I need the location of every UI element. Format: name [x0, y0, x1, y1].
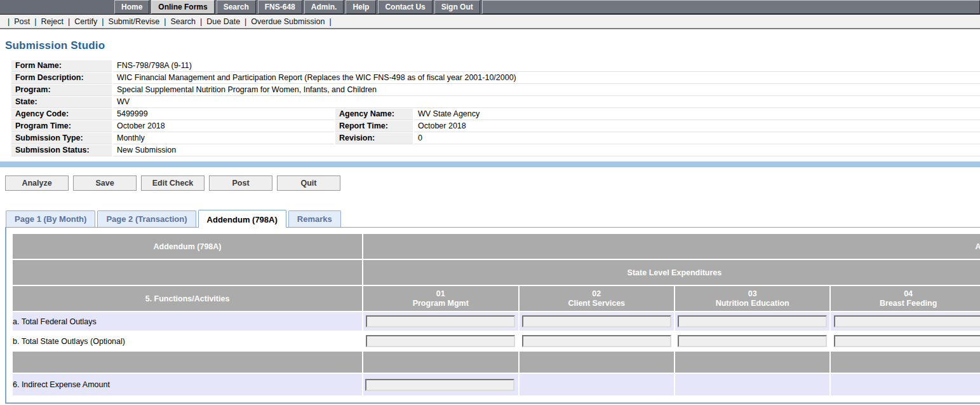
input-state-outlays-01[interactable] — [366, 335, 515, 347]
info-row-submission-type: Submission Type: Monthly Revision: 0 — [11, 133, 980, 144]
column-header-01: 01 Program Mgmt — [363, 286, 518, 311]
section-header-row: State Level Expenditures — [13, 260, 980, 285]
input-federal-outlays-04[interactable] — [834, 315, 980, 327]
gray-spacer-03 — [675, 352, 829, 373]
column-name-02: Client Services — [520, 299, 674, 308]
gray-spacer-01 — [363, 352, 518, 373]
nav-home[interactable]: Home — [114, 0, 149, 14]
input-federal-outlays-01[interactable] — [366, 315, 515, 327]
info-row-program: Program: Special Supplemental Nutrition … — [11, 85, 980, 96]
revision-value: 0 — [414, 133, 980, 144]
separator: | — [102, 17, 104, 26]
input-federal-outlays-02[interactable] — [522, 315, 671, 327]
addendum-header-right: Addendum (798A) — [363, 234, 980, 259]
cell-indirect-01 — [363, 374, 518, 395]
nav-admin[interactable]: Admin. — [304, 0, 344, 14]
submission-type-value: Monthly — [113, 133, 334, 144]
column-name-03: Nutrition Education — [675, 299, 829, 308]
column-code-02: 02 — [520, 289, 674, 299]
state-label: State: — [11, 97, 112, 108]
column-code-01: 01 — [363, 289, 518, 299]
actions-menu-bar: | Post | Reject | Certify | Submit/Revis… — [0, 15, 980, 29]
nav-contact-us[interactable]: Contact Us — [378, 0, 432, 14]
cell-state-01 — [363, 332, 518, 350]
menu-submit-revise[interactable]: Submit/Revise — [109, 17, 160, 26]
menu-due-date[interactable]: Due Date — [206, 17, 240, 26]
tab-page-1-by-month[interactable]: Page 1 (By Month) — [6, 210, 95, 227]
addendum-table: Addendum (798A) Addendum (798A) State Le… — [11, 233, 980, 397]
cell-state-03 — [675, 332, 829, 350]
input-state-outlays-02[interactable] — [522, 335, 671, 347]
form-name-label: Form Name: — [11, 60, 112, 72]
addendum-header-left: Addendum (798A) — [13, 234, 362, 259]
info-row-form-name: Form Name: FNS-798/798A (9-11) — [11, 60, 980, 72]
submission-status-label: Submission Status: — [11, 145, 112, 156]
input-state-outlays-03[interactable] — [678, 335, 827, 347]
nav-fns-648[interactable]: FNS-648 — [258, 0, 302, 14]
functions-activities-header: 5. Functions/Activities — [13, 286, 362, 311]
form-description-label: Form Description: — [11, 72, 112, 84]
cell-state-02 — [520, 332, 674, 350]
save-button[interactable]: Save — [73, 175, 137, 191]
separator: | — [329, 17, 331, 26]
menu-search[interactable]: Search — [170, 17, 196, 26]
program-value: Special Supplemental Nutrition Program f… — [113, 85, 980, 96]
tab-bar: Page 1 (By Month) Page 2 (Transaction) A… — [6, 210, 980, 227]
table-row-indirect-expense: 6. Indirect Expense Amount — [13, 374, 980, 395]
cell-federal-02 — [520, 312, 674, 331]
cell-federal-03 — [675, 312, 829, 331]
input-indirect-expense-01[interactable] — [365, 379, 514, 391]
menu-overdue-submission[interactable]: Overdue Submission — [251, 17, 325, 26]
agency-name-label: Agency Name: — [335, 109, 413, 120]
agency-code-value: 5499999 — [113, 109, 334, 120]
column-code-03: 03 — [675, 289, 829, 299]
input-federal-outlays-03[interactable] — [678, 315, 827, 327]
menu-reject[interactable]: Reject — [41, 17, 64, 26]
row-label-federal-outlays: a. Total Federal Outlays — [13, 312, 362, 331]
gray-spacer-02 — [520, 352, 674, 373]
info-row-time: Program Time: October 2018 Report Time: … — [11, 121, 980, 132]
gray-spacer-04 — [831, 352, 980, 373]
nav-online-forms[interactable]: Online Forms — [151, 0, 214, 14]
info-row-state: State: WV — [11, 97, 980, 108]
nav-search[interactable]: Search — [217, 0, 256, 14]
form-description-value: WIC Financial Management and Participati… — [113, 72, 980, 84]
report-time-label: Report Time: — [335, 121, 413, 132]
separator: | — [8, 17, 10, 26]
top-nav-bar: Home Online Forms Search FNS-648 Admin. … — [0, 0, 980, 15]
quit-button[interactable]: Quit — [277, 175, 340, 191]
tab-page-2-transaction[interactable]: Page 2 (Transaction) — [97, 210, 196, 227]
analyze-button[interactable]: Analyze — [5, 175, 69, 191]
info-row-submission-status: Submission Status: New Submission — [11, 145, 980, 156]
nav-help[interactable]: Help — [346, 0, 376, 14]
program-time-value: October 2018 — [113, 121, 334, 132]
input-state-outlays-04[interactable] — [834, 335, 980, 347]
cell-federal-04 — [831, 312, 980, 331]
nav-sign-out[interactable]: Sign Out — [434, 0, 480, 14]
separator: | — [245, 17, 246, 26]
separator: | — [200, 17, 202, 26]
tab-remarks[interactable]: Remarks — [288, 210, 341, 227]
table-row-total-federal-outlays: a. Total Federal Outlays — [13, 312, 980, 331]
separator: | — [164, 17, 166, 26]
revision-label: Revision: — [335, 133, 413, 144]
program-label: Program: — [11, 85, 112, 96]
table-row-spacer-gray — [13, 352, 980, 373]
post-button[interactable]: Post — [209, 175, 272, 191]
menu-certify[interactable]: Certify — [74, 17, 97, 26]
addendum-tab-panel: Addendum (798A) Addendum (798A) State Le… — [5, 227, 980, 404]
menu-post[interactable]: Post — [14, 17, 30, 26]
toolbar: Analyze Save Edit Check Post Quit — [5, 175, 980, 191]
cell-state-04 — [831, 332, 980, 350]
program-time-label: Program Time: — [11, 121, 112, 132]
info-row-form-description: Form Description: WIC Financial Manageme… — [11, 72, 980, 84]
separator: | — [68, 17, 70, 26]
row-label-state-outlays: b. Total State Outlays (Optional) — [13, 332, 362, 350]
tab-addendum-798a[interactable]: Addendum (798A) — [198, 210, 286, 228]
cell-indirect-04 — [831, 374, 980, 395]
column-name-04: Breast Feeding — [831, 299, 980, 308]
section-header-spacer — [13, 260, 362, 285]
nav-filler — [482, 0, 980, 14]
page-title: Submission Studio — [5, 39, 980, 52]
edit-check-button[interactable]: Edit Check — [141, 175, 205, 191]
